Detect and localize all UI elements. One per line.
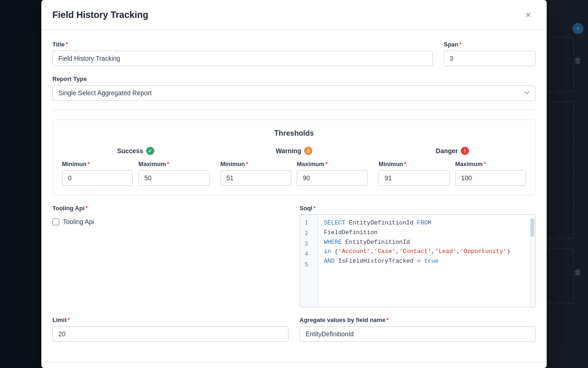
modal-title: Field History Tracking: [52, 10, 148, 20]
danger-min-label: Minimun*: [379, 161, 449, 167]
danger-min-input[interactable]: [379, 170, 449, 186]
success-min-input[interactable]: [62, 170, 133, 186]
warning-max-group: Maximum*: [297, 161, 368, 186]
success-group: Success ✓ Minimun*: [62, 147, 209, 186]
warning-min-group: Minimun*: [220, 161, 291, 186]
danger-max-label: Maximum*: [455, 161, 526, 167]
tooling-api-group: Tooling Api* Tooling Api: [52, 205, 288, 307]
span-input[interactable]: [444, 51, 536, 66]
line-3: 3: [305, 240, 313, 249]
modal-footer: Save Cancel: [41, 362, 547, 368]
line-5: 5: [305, 260, 313, 270]
limit-aggregate-row: Limit* Agregate values by field name*: [52, 316, 536, 342]
limit-label: Limit*: [52, 316, 288, 323]
success-min-label: Minimun*: [62, 161, 133, 167]
danger-max-input[interactable]: [455, 170, 526, 186]
warning-min-input[interactable]: [220, 170, 291, 186]
success-max-label: Maximum*: [138, 161, 209, 167]
title-group: Title*: [52, 41, 433, 66]
soql-scrollbar-thumb: [531, 218, 534, 237]
danger-group: Danger ! Minimun*: [379, 147, 526, 186]
warning-icon: ⚠: [304, 147, 312, 155]
line-4: 4: [305, 250, 313, 259]
modal-dialog: Field History Tracking × Title* Span*: [41, 0, 547, 368]
tooling-api-checkbox-row: Tooling Api: [52, 218, 288, 225]
success-icon: ✓: [146, 147, 154, 155]
thresholds-grid: Success ✓ Minimun*: [62, 147, 526, 186]
thresholds-title: Thresholds: [62, 129, 526, 138]
tooling-api-label: Tooling Api*: [52, 205, 288, 212]
success-max-input[interactable]: [138, 170, 209, 186]
tooling-soql-row: Tooling Api* Tooling Api Soql*: [52, 205, 536, 307]
modal-body: Title* Span* Report Type Single Selec: [41, 30, 547, 362]
report-type-select[interactable]: Single Select Aggregated Report Multi Se…: [52, 85, 536, 101]
success-fields: Minimun* Maximum*: [62, 161, 209, 186]
line-1: 1: [305, 218, 313, 228]
title-input[interactable]: [52, 51, 433, 66]
soql-line-numbers: 1 2 3 4 5: [300, 215, 318, 307]
limit-group: Limit*: [52, 316, 288, 342]
limit-input[interactable]: [52, 326, 288, 342]
report-type-label: Report Type: [52, 75, 536, 82]
tooling-api-checkbox[interactable]: [52, 218, 59, 225]
success-min-group: Minimun*: [62, 161, 133, 186]
soql-group: Soql* 1 2 3 4 5 SELECT EntityDefinitionI…: [300, 205, 536, 307]
success-max-group: Maximum*: [138, 161, 209, 186]
modal-overlay: Field History Tracking × Title* Span*: [0, 0, 588, 368]
warning-max-label: Maximum*: [297, 161, 368, 167]
title-label: Title*: [52, 41, 433, 48]
danger-min-group: Minimun*: [379, 161, 449, 186]
soql-scrollbar[interactable]: [530, 215, 535, 307]
span-label: Span*: [444, 41, 536, 48]
close-button[interactable]: ×: [521, 7, 536, 22]
danger-icon: !: [461, 147, 469, 155]
soql-text[interactable]: SELECT EntityDefinitionId FROM FieldDefi…: [318, 215, 530, 307]
report-type-group: Report Type Single Select Aggregated Rep…: [52, 75, 536, 101]
line-2: 2: [305, 229, 313, 239]
modal-header: Field History Tracking ×: [41, 0, 547, 30]
divider: [52, 110, 536, 110]
warning-header: Warning ⚠: [220, 147, 368, 155]
title-span-row: Title* Span*: [52, 41, 536, 66]
danger-max-group: Maximum*: [455, 161, 526, 186]
span-group: Span*: [444, 41, 536, 66]
warning-group: Warning ⚠ Minimun*: [220, 147, 368, 186]
danger-fields: Minimun* Maximum*: [379, 161, 526, 186]
aggregate-group: Agregate values by field name*: [300, 316, 536, 342]
thresholds-section: Thresholds Success ✓ Minimun*: [52, 120, 536, 196]
tooling-api-checkbox-label: Tooling Api: [63, 218, 94, 225]
soql-label: Soql*: [300, 205, 536, 212]
soql-content: 1 2 3 4 5 SELECT EntityDefinitionId FROM…: [300, 215, 535, 307]
success-header: Success ✓: [62, 147, 209, 155]
warning-fields: Minimun* Maximum*: [220, 161, 368, 186]
aggregate-label: Agregate values by field name*: [300, 316, 536, 323]
aggregate-input[interactable]: [300, 326, 536, 342]
warning-max-input[interactable]: [297, 170, 368, 186]
warning-min-label: Minimun*: [220, 161, 291, 167]
danger-header: Danger !: [379, 147, 526, 155]
soql-editor[interactable]: 1 2 3 4 5 SELECT EntityDefinitionId FROM…: [300, 214, 536, 307]
